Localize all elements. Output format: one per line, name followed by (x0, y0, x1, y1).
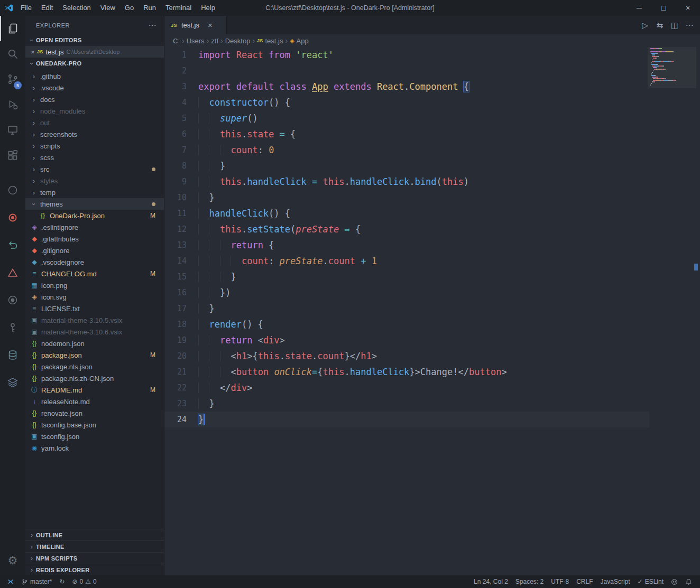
tree-file-tsconfig-base-json[interactable]: {}tsconfig.base.json (25, 419, 164, 431)
tree-file-nodemon-json[interactable]: {}nodemon.json (25, 338, 164, 349)
breadcrumb-app[interactable]: ◈App (290, 37, 309, 45)
remote-indicator[interactable] (3, 575, 18, 588)
tree-file-tsconfig-json[interactable]: ▣tsconfig.json (25, 431, 164, 442)
language-mode[interactable]: JavaScript (597, 575, 634, 588)
code-line-24[interactable]: 24} (164, 412, 649, 427)
code-line-8[interactable]: 8 } (164, 158, 649, 174)
menu-go[interactable]: Go (120, 0, 139, 16)
breadcrumb-users[interactable]: Users (187, 37, 205, 45)
tree-folder-out[interactable]: ›out (25, 117, 164, 128)
triangle-icon[interactable] (0, 259, 25, 286)
undo-arrow-icon[interactable] (0, 231, 25, 259)
editor-scrollbar[interactable] (693, 47, 700, 575)
tab-close-icon[interactable]: × (208, 21, 213, 30)
eol-setting[interactable]: CRLF (573, 575, 596, 588)
tree-folder-scripts[interactable]: ›scripts (25, 140, 164, 152)
tree-file-changelog-md[interactable]: ≡CHANGELOG.mdM (25, 268, 164, 279)
minimap[interactable] (650, 48, 693, 86)
code-line-20[interactable]: 20 <h1>{this.state.count}</h1> (164, 348, 649, 364)
tree-folder-screenshots[interactable]: ›screenshots (25, 128, 164, 140)
tab-testjs[interactable]: JS test.js × (164, 16, 227, 34)
tree-file-package-json[interactable]: {}package.jsonM (25, 349, 164, 361)
menu-selection[interactable]: Selection (58, 0, 95, 16)
tree-folder-vscode[interactable]: ›.vscode (25, 82, 164, 94)
section-timeline[interactable]: ›TIMELINE (25, 540, 164, 552)
breadcrumb-ztf[interactable]: ztf (211, 37, 218, 45)
tree-file-renovate-json[interactable]: {}renovate.json (25, 407, 164, 419)
code-line-23[interactable]: 23 } (164, 396, 649, 412)
circle-outline-icon[interactable] (0, 176, 25, 204)
code-line-13[interactable]: 13 return { (164, 237, 649, 253)
section-outline[interactable]: ›OUTLINE (25, 529, 164, 540)
encoding-setting[interactable]: UTF-8 (547, 575, 573, 588)
key-icon[interactable] (0, 314, 25, 341)
section-open-editors[interactable]: › OPEN EDITORS (25, 34, 164, 46)
tree-file-package-nls-zh-cn-json[interactable]: {}package.nls.zh-CN.json (25, 372, 164, 384)
editor-more-button[interactable]: ⋯ (682, 21, 697, 30)
code-line-15[interactable]: 15 } (164, 269, 649, 285)
problems-indicator[interactable]: ⊘ 0 ⚠ 0 (68, 575, 100, 588)
remote-explorer-icon[interactable] (0, 117, 25, 143)
tree-file-readme-md[interactable]: ⓘREADME.mdM (25, 384, 164, 396)
code-line-11[interactable]: 11 handleClick() { (164, 206, 649, 221)
open-changes-button[interactable]: ⇆ (652, 21, 667, 30)
layers-icon[interactable] (0, 369, 25, 396)
more-actions-icon[interactable]: ⋯ (149, 21, 157, 30)
tree-file-gitattributes[interactable]: ◆.gitattributes (25, 233, 164, 245)
code-line-5[interactable]: 5 super() (164, 110, 649, 126)
feedback-icon[interactable] (667, 575, 681, 588)
tree-folder-temp[interactable]: ›temp (25, 186, 164, 198)
menu-view[interactable]: View (96, 0, 120, 16)
database-icon[interactable] (0, 341, 25, 369)
tree-file-vscodeignore[interactable]: ◆.vscodeignore (25, 256, 164, 268)
open-editor-item[interactable]: × JS test.js C:\Users\ztf\Desktop (25, 46, 164, 58)
code-line-3[interactable]: 3export default class App extends React.… (164, 79, 649, 95)
red-dot-icon[interactable] (0, 204, 25, 231)
code-line-9[interactable]: 9 this.handleClick = this.handleClick.bi… (164, 174, 649, 190)
menu-terminal[interactable]: Terminal (161, 0, 196, 16)
explorer-icon[interactable] (0, 16, 25, 41)
tree-file-onedark-pro-json[interactable]: {}OneDark-Pro.jsonM (25, 210, 164, 221)
source-control-icon[interactable]: 5 (0, 67, 25, 92)
cursor-position[interactable]: Ln 24, Col 2 (470, 575, 512, 588)
code-line-1[interactable]: 1import React from 'react' (164, 47, 649, 63)
sync-button[interactable]: ↻ (56, 575, 68, 588)
section-npm-scripts[interactable]: ›NPM SCRIPTS (25, 552, 164, 564)
tree-file-package-nls-json[interactable]: {}package.nls.json (25, 361, 164, 372)
search-icon[interactable] (0, 41, 25, 67)
minimize-button[interactable]: ─ (627, 0, 651, 16)
tree-folder-src[interactable]: ›src (25, 163, 164, 175)
branch-indicator[interactable]: master* (18, 575, 56, 588)
code-line-12[interactable]: 12 this.setState(preState ⇒ { (164, 221, 649, 237)
tree-file-eslintignore[interactable]: ◈.eslintignore (25, 221, 164, 233)
tree-folder-github[interactable]: ›.github (25, 70, 164, 82)
code-line-21[interactable]: 21 <button onClick={this.handleClick}>Ch… (164, 364, 649, 380)
run-debug-icon[interactable] (0, 92, 25, 117)
tree-file-material-theme-3-10-6-vsix[interactable]: ▣material-theme-3.10.6.vsix (25, 326, 164, 338)
extensions-icon[interactable] (0, 143, 25, 168)
code-line-10[interactable]: 10 } (164, 190, 649, 206)
tree-folder-node-modules[interactable]: ›node_modules (25, 105, 164, 117)
target-icon[interactable] (0, 286, 25, 314)
code-line-17[interactable]: 17 } (164, 301, 649, 316)
tree-folder-themes[interactable]: ›themes (25, 198, 164, 210)
section-project[interactable]: › ONEDARK-PRO (25, 58, 164, 69)
code-line-19[interactable]: 19 return <div> (164, 332, 649, 348)
menu-file[interactable]: File (16, 0, 36, 16)
close-button[interactable]: × (676, 0, 700, 16)
tree-file-icon-png[interactable]: ▦icon.png (25, 279, 164, 291)
indentation-setting[interactable]: Spaces: 2 (512, 575, 547, 588)
code-line-7[interactable]: 7 count: 0 (164, 142, 649, 158)
code-editor[interactable]: 1import React from 'react'23export defau… (164, 47, 700, 575)
tree-file-license-txt[interactable]: ≡LICENSE.txt (25, 303, 164, 314)
tree-file-gitignore[interactable]: ◆.gitignore (25, 245, 164, 256)
section-redis-explorer[interactable]: ›REDIS EXPLORER (25, 564, 164, 575)
code-line-18[interactable]: 18 render() { (164, 316, 649, 332)
breadcrumb-c[interactable]: C: (173, 37, 180, 45)
code-line-6[interactable]: 6 this.state = { (164, 126, 649, 142)
menu-run[interactable]: Run (139, 0, 161, 16)
breadcrumb-desktop[interactable]: Desktop (225, 37, 251, 45)
code-line-16[interactable]: 16 }) (164, 285, 649, 301)
run-button[interactable]: ▷ (638, 21, 652, 30)
tree-file-releasenote-md[interactable]: ↓releaseNote.md (25, 396, 164, 407)
